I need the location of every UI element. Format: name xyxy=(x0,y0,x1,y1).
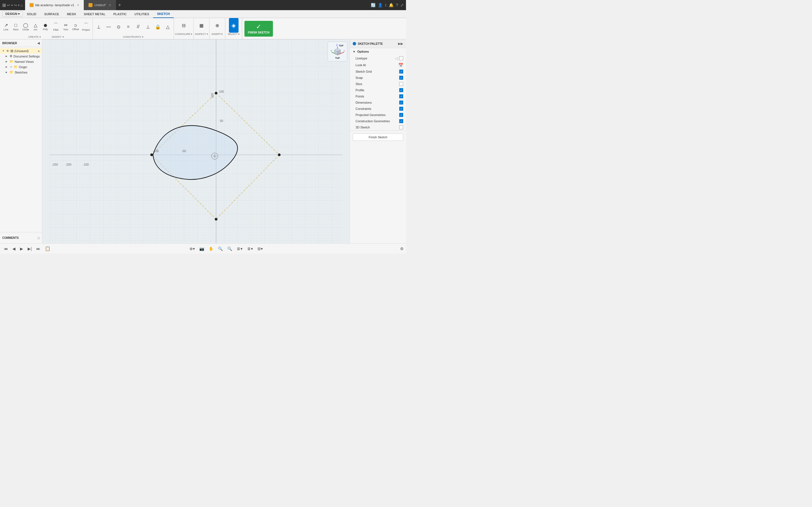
canvas-area[interactable]: 100 100 50 -50 -100 -250 -200 -150 ToP Z xyxy=(42,40,350,243)
mode-tab-plastic[interactable]: PLASTIC xyxy=(109,10,131,18)
constraints-label: CONSTRAINTS xyxy=(123,36,141,38)
dimensions-checkbox[interactable]: ✓ xyxy=(399,101,403,105)
select-dropdown[interactable]: ▾ xyxy=(238,33,240,36)
display-mode-btn[interactable]: 📷 xyxy=(198,245,205,252)
configure-dropdown[interactable]: ▾ xyxy=(191,33,192,36)
browser-item-unsaved[interactable]: ▼ 👁 ▤ (Unsaved) ● xyxy=(0,48,42,54)
nav-prev-btn[interactable]: ◀ xyxy=(11,245,17,252)
nav-next-btn[interactable]: ▶| xyxy=(26,245,34,252)
finish-sketch-btn[interactable]: ✓ FINISH SKETCH xyxy=(245,21,273,37)
palette-option-look-at: Look At 📅 xyxy=(350,62,406,68)
nav-last-btn[interactable]: ⏭ xyxy=(35,245,42,252)
snap-checkbox[interactable]: ✓ xyxy=(399,76,403,80)
zoom-out-btn[interactable]: 🔍 xyxy=(217,245,224,252)
browser-collapse-btn[interactable]: ◀ xyxy=(37,41,40,45)
nav-play-btn[interactable]: ▶ xyxy=(18,245,25,252)
redo-dropdown-btn[interactable]: ▾ xyxy=(18,4,19,7)
browser-item-doc-settings[interactable]: ▶ ⚙ Document Settings xyxy=(0,54,42,59)
modify-dropdown[interactable]: ▾ xyxy=(63,36,64,38)
coincident-constraint-btn[interactable]: — xyxy=(104,19,113,34)
inspect-dropdown[interactable]: ▾ xyxy=(207,33,208,36)
settings-gear-icon[interactable]: ⚙ xyxy=(400,246,404,251)
browser-item-origin[interactable]: ▶ 👁 📁 Origin xyxy=(0,64,42,69)
midpoint-constraint-btn[interactable]: △ xyxy=(163,19,172,34)
refresh-icon[interactable]: 🔄 xyxy=(371,3,375,7)
3d-sketch-checkbox[interactable] xyxy=(399,125,403,129)
rect-tool-btn[interactable]: □ Rect xyxy=(11,19,20,34)
expand-icon[interactable]: ⤢ xyxy=(400,3,404,7)
horizontal-constraint-btn[interactable]: ⊥ xyxy=(94,19,103,34)
tab-close-lampshade[interactable]: × xyxy=(77,3,79,7)
line-tool-btn[interactable]: ↗ Line xyxy=(1,19,11,34)
browser-sidebar: BROWSER ◀ ▼ 👁 ▤ (Unsaved) ● ▶ ⚙ Document… xyxy=(0,40,42,243)
palette-options-header[interactable]: ▼ Options xyxy=(350,48,406,55)
perpendicular-constraint-btn[interactable]: ⊥ xyxy=(143,19,153,34)
concentric-constraint-btn[interactable]: ⊙ xyxy=(114,19,123,34)
palette-expand-btn[interactable]: ▶▶ xyxy=(398,42,403,46)
home-btn[interactable]: ⌂ xyxy=(20,3,23,7)
inspect-btn[interactable]: ▦ xyxy=(197,18,206,33)
select-btn[interactable]: ◈ xyxy=(229,18,239,33)
parallel-constraint-btn[interactable]: // xyxy=(133,19,143,34)
help-icon[interactable]: ? xyxy=(396,3,398,7)
redo-btn[interactable]: ↪ xyxy=(14,3,17,7)
points-checkbox[interactable]: ✓ xyxy=(399,94,403,98)
tab-untitled[interactable]: Untitled* × xyxy=(84,0,116,10)
linetype-arrow-icon[interactable]: ◁ xyxy=(395,56,398,61)
trim-tool-btn[interactable]: ✂ Trim xyxy=(61,19,70,34)
mode-tab-mesh[interactable]: MESH xyxy=(63,10,80,18)
undo-btn[interactable]: ↩ xyxy=(7,3,10,7)
notification-icon[interactable]: 🔔 xyxy=(389,3,394,7)
browser-item-named-views[interactable]: ▶ 📁 Named Views xyxy=(0,59,42,64)
insert-dropdown[interactable]: ▾ xyxy=(221,33,223,36)
mode-tabs-row: DESIGN ▾ SOLID SURFACE MESH SHEET METAL … xyxy=(0,10,406,18)
insert-btn[interactable]: ⊕ xyxy=(213,18,222,33)
constraints-checkbox[interactable]: ✓ xyxy=(399,107,403,111)
linetype-checkbox[interactable] xyxy=(399,56,403,60)
app-grid-icon[interactable]: ⊞ xyxy=(2,3,6,8)
eye-icon[interactable]: 👁 xyxy=(6,49,9,53)
constraints-dropdown[interactable]: ▾ xyxy=(142,36,144,38)
timeline-icon[interactable]: 📋 xyxy=(43,245,52,252)
lookat-calendar-icon[interactable]: 📅 xyxy=(398,63,403,67)
design-dropdown-btn[interactable]: DESIGN ▾ xyxy=(2,11,23,17)
mode-tab-surface[interactable]: SURFACE xyxy=(40,10,63,18)
palette-finish-sketch-btn[interactable]: Finish Sketch xyxy=(353,133,403,141)
nav-first-btn[interactable]: ⏮ xyxy=(2,245,10,252)
coord-cube[interactable]: ToP Z X Y xyxy=(327,42,347,61)
create-dropdown[interactable]: ▾ xyxy=(40,36,41,38)
configure-section: ⊟ CONFIGURE ▾ xyxy=(174,18,194,39)
fillet-tool-btn[interactable]: ⌒ Fillet xyxy=(51,19,61,34)
arc-tool-btn[interactable]: △ Arc xyxy=(31,19,40,34)
project-tool-btn[interactable]: ⌒ Project xyxy=(81,19,91,34)
zoom-in-btn[interactable]: 🔍 xyxy=(226,245,233,252)
mode-tab-sheet-metal[interactable]: SHEET METAL xyxy=(80,10,109,18)
mode-tab-sketch[interactable]: SKETCH xyxy=(153,10,174,18)
fix-constraint-btn[interactable]: 🔒 xyxy=(153,19,163,34)
pan-btn[interactable]: ✋ xyxy=(207,245,214,252)
view-mode-btn[interactable]: 🖥▾ xyxy=(236,245,244,252)
snap-menu-btn[interactable]: ⊕▾ xyxy=(188,245,196,252)
circle-tool-btn[interactable]: ◯ Circle xyxy=(21,19,31,34)
eye-icon[interactable]: 👁 xyxy=(10,65,13,69)
comments-expand-btn[interactable]: □ xyxy=(38,236,40,240)
mode-tab-solid[interactable]: SOLID xyxy=(23,10,40,18)
profile-checkbox[interactable]: ✓ xyxy=(399,88,403,92)
view-cube-btn[interactable]: 🖥▾ xyxy=(246,245,254,252)
mode-tab-utilities[interactable]: UTILITIES xyxy=(131,10,153,18)
browser-item-sketches[interactable]: ▶ 📁 Sketches xyxy=(0,69,42,75)
projected-geom-checkbox[interactable]: ✓ xyxy=(399,113,403,117)
new-tab-btn[interactable]: + xyxy=(116,2,123,8)
slice-checkbox[interactable] xyxy=(399,82,403,86)
tab-lampshade[interactable]: fab academy- lampshade v1 × xyxy=(25,0,84,10)
user-icon[interactable]: 👤 xyxy=(378,3,383,7)
sketch-grid-checkbox[interactable]: ✓ xyxy=(399,69,403,73)
grid-view-btn[interactable]: ⊞▾ xyxy=(256,245,264,252)
polygon-tool-btn[interactable]: ⬟ Poly xyxy=(41,19,50,34)
tab-close-untitled[interactable]: × xyxy=(109,3,111,7)
equal-constraint-btn[interactable]: = xyxy=(123,19,133,34)
undo-dropdown-btn[interactable]: ▾ xyxy=(11,4,13,7)
construction-geom-checkbox[interactable]: ✓ xyxy=(399,119,403,123)
configure-btn[interactable]: ⊟ xyxy=(179,18,189,33)
offset-tool-btn[interactable]: ⊃ Offset xyxy=(71,19,80,34)
